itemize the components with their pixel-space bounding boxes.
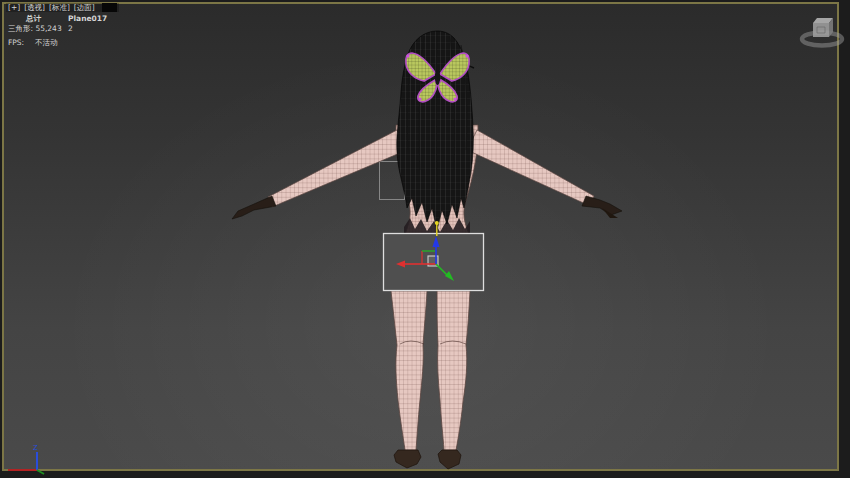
- scene-canvas: Z: [0, 0, 850, 478]
- left-arm-mesh: [268, 130, 407, 207]
- stats-fps-value: 不活动: [35, 38, 58, 47]
- world-axis-tripod: Z: [8, 444, 44, 474]
- butterfly-dot: [406, 54, 409, 57]
- right-leg-mesh: [437, 291, 470, 450]
- viewcube[interactable]: [802, 18, 842, 46]
- stats-fps-label: FPS:: [8, 38, 24, 47]
- stats-total-header: 总计: [26, 14, 41, 23]
- world-axis-z-label: Z: [33, 444, 38, 452]
- right-foot: [438, 450, 461, 469]
- viewcube-front-face[interactable]: [813, 23, 829, 37]
- left-hand: [232, 196, 276, 219]
- left-leg-mesh: [391, 291, 427, 450]
- butterfly-dot: [454, 98, 457, 101]
- max-viewport-screenshot: Z [+] [透视] [标准] [边面] 总计 Plane017 三角形: 55…: [0, 0, 850, 478]
- stats-selected-object-header: Plane017: [68, 14, 107, 23]
- butterfly-dot: [465, 54, 468, 57]
- statistics-overlay: 总计 Plane017 三角形: 55,243 2 FPS: 不活动: [0, 0, 200, 60]
- butterfly-body: [435, 69, 440, 85]
- world-axis-y: [37, 470, 44, 474]
- stats-triangles-total: 三角形: 55,243: [8, 24, 62, 33]
- left-foot: [394, 450, 421, 468]
- butterfly-dot: [419, 98, 422, 101]
- stats-triangles-selected: 2: [68, 24, 73, 33]
- right-hand: [582, 196, 622, 215]
- right-arm-mesh: [467, 130, 594, 206]
